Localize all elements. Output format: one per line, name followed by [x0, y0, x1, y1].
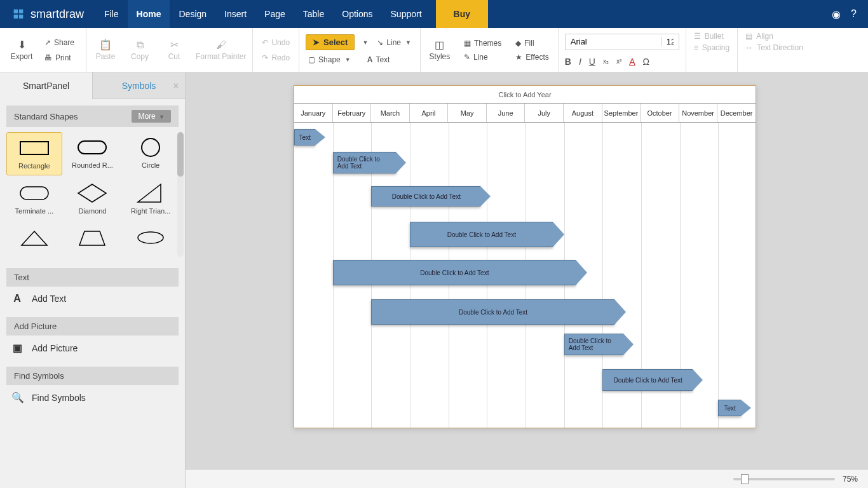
- print-button[interactable]: 🖶Print: [42, 52, 77, 64]
- superscript-button[interactable]: x²: [616, 58, 621, 65]
- find-symbols-button[interactable]: 🔍Find Symbols: [0, 385, 185, 410]
- styles-button[interactable]: ◫Styles: [427, 39, 452, 61]
- bullet-button[interactable]: ☰Bullet: [694, 32, 729, 41]
- buy-button[interactable]: Buy: [436, 0, 488, 28]
- shapes-scrollbar[interactable]: [177, 132, 184, 257]
- svg-marker-6: [22, 231, 47, 245]
- timeline-bar-6[interactable]: Double Click to Add Text: [564, 334, 634, 355]
- bold-button[interactable]: B: [565, 57, 571, 67]
- shape-diamond[interactable]: Diamond: [65, 178, 121, 220]
- zoom-slider[interactable]: [733, 478, 835, 480]
- chart-body[interactable]: TextDouble Click to Add TextDouble Click…: [294, 123, 756, 428]
- shape-shape[interactable]: [65, 222, 121, 257]
- spacing-icon: ≡: [694, 43, 698, 52]
- close-icon[interactable]: ×: [173, 81, 179, 91]
- undo-button[interactable]: ↶Undo: [259, 37, 292, 48]
- timeline-bar-0[interactable]: Text: [294, 129, 325, 146]
- tab-symbols[interactable]: Symbols×: [93, 72, 185, 99]
- copy-button[interactable]: ⧉Copy: [127, 39, 153, 61]
- chevron-down-icon: ▼: [405, 39, 411, 46]
- zoom-bar: 75%: [186, 469, 868, 488]
- shape-terminate[interactable]: Terminate ...: [6, 178, 62, 220]
- menu-options[interactable]: Options: [333, 0, 381, 28]
- font-selector[interactable]: [565, 34, 679, 50]
- line-tool-button[interactable]: ↘Line▼: [374, 37, 414, 48]
- font-size-input[interactable]: [661, 37, 679, 46]
- canvas-area[interactable]: Click to Add Year JanuaryFebruaryMarchAp…: [186, 72, 868, 469]
- themes-button[interactable]: ▦Themes: [461, 37, 504, 49]
- line-style-button[interactable]: ✎Line: [461, 51, 504, 63]
- underline-button[interactable]: U: [589, 57, 595, 67]
- shape-righttrian[interactable]: Right Trian...: [123, 178, 179, 220]
- menu-design[interactable]: Design: [170, 0, 215, 28]
- month-april: April: [410, 104, 449, 122]
- zoom-thumb[interactable]: [741, 474, 749, 484]
- svg-rect-1: [78, 141, 106, 154]
- menu-table[interactable]: Table: [294, 0, 333, 28]
- shape-rectangle[interactable]: Rectangle: [6, 132, 62, 175]
- month-february: February: [333, 104, 372, 122]
- menu-insert[interactable]: Insert: [215, 0, 255, 28]
- spacing-button[interactable]: ≡Spacing: [694, 43, 729, 52]
- shape-shape[interactable]: [123, 222, 179, 257]
- align-button[interactable]: ▤Align: [745, 32, 803, 41]
- export-button[interactable]: ⬇Export: [9, 39, 34, 61]
- select-tool-button[interactable]: ➤Select: [306, 34, 355, 50]
- svg-point-2: [142, 139, 159, 156]
- timeline-bar-3[interactable]: Double Click to Add Text: [410, 222, 564, 247]
- shape-tool-button[interactable]: ▢Shape▼: [306, 54, 353, 65]
- text-tool-button[interactable]: AText: [365, 54, 393, 65]
- menu-page[interactable]: Page: [255, 0, 294, 28]
- download-icon: ⬇: [18, 39, 26, 51]
- text-icon: A: [367, 55, 373, 64]
- effects-button[interactable]: ★Effects: [513, 51, 551, 63]
- ribbon-toolbar: ⬇Export ↗Share 🖶Print 📋Paste ⧉Copy ✂Cut …: [0, 28, 868, 72]
- cut-button[interactable]: ✂Cut: [161, 39, 187, 61]
- shape-roundedr[interactable]: Rounded R...: [65, 132, 121, 175]
- month-june: June: [487, 104, 526, 122]
- subscript-button[interactable]: x₂: [603, 58, 609, 65]
- timeline-bar-1[interactable]: Double Click to Add Text: [333, 152, 406, 173]
- font-name-input[interactable]: [566, 37, 661, 46]
- more-shapes-button[interactable]: More ▼: [132, 110, 171, 123]
- month-september: September: [602, 104, 641, 122]
- redo-button[interactable]: ↷Redo: [259, 52, 292, 64]
- notification-icon[interactable]: ◉: [832, 8, 841, 20]
- months-header: JanuaryFebruaryMarchAprilMayJuneJulyAugu…: [294, 104, 756, 123]
- timeline-bar-2[interactable]: Double Click to Add Text: [371, 186, 491, 207]
- timeline-bar-4[interactable]: Double Click to Add Text: [333, 260, 587, 285]
- menu-file[interactable]: File: [95, 0, 128, 28]
- star-icon: ★: [515, 53, 522, 62]
- timeline-bar-5[interactable]: Double Click to Add Text: [371, 299, 625, 325]
- shape-shape[interactable]: [6, 222, 62, 257]
- timeline-bar-7[interactable]: Double Click to Add Text: [602, 369, 703, 391]
- svg-rect-3: [20, 187, 48, 200]
- styles-icon: ◫: [435, 39, 444, 51]
- pencil-icon: ✎: [464, 53, 470, 62]
- month-may: May: [448, 104, 487, 122]
- add-picture-button[interactable]: ▣Add Picture: [0, 336, 185, 360]
- svg-point-8: [138, 232, 163, 243]
- add-text-button[interactable]: AAdd Text: [0, 287, 185, 311]
- timeline-chart[interactable]: Click to Add Year JanuaryFebruaryMarchAp…: [294, 85, 756, 428]
- fill-button[interactable]: ◆Fill: [513, 37, 551, 49]
- font-color-button[interactable]: A: [629, 57, 635, 67]
- format-painter-button[interactable]: 🖌Format Painter: [196, 39, 246, 61]
- direction-icon: ↔: [745, 43, 753, 52]
- menu-support[interactable]: Support: [382, 0, 431, 28]
- omega-button[interactable]: Ω: [643, 57, 649, 67]
- shape-circle[interactable]: Circle: [123, 132, 179, 175]
- menu-home[interactable]: Home: [128, 0, 170, 28]
- text-icon: A: [11, 293, 23, 304]
- month-october: October: [641, 104, 679, 122]
- svg-marker-7: [79, 231, 105, 245]
- chart-title[interactable]: Click to Add Year: [294, 86, 756, 104]
- tab-smartpanel[interactable]: SmartPanel: [0, 72, 93, 99]
- paste-button[interactable]: 📋Paste: [93, 39, 118, 61]
- text-direction-button[interactable]: ↔Text Direction: [745, 43, 803, 52]
- timeline-bar-8[interactable]: Text: [718, 400, 751, 416]
- italic-button[interactable]: I: [579, 57, 581, 67]
- help-icon[interactable]: ?: [851, 8, 857, 20]
- share-button[interactable]: ↗Share: [42, 37, 77, 48]
- chevron-down-icon[interactable]: ▼: [362, 39, 368, 46]
